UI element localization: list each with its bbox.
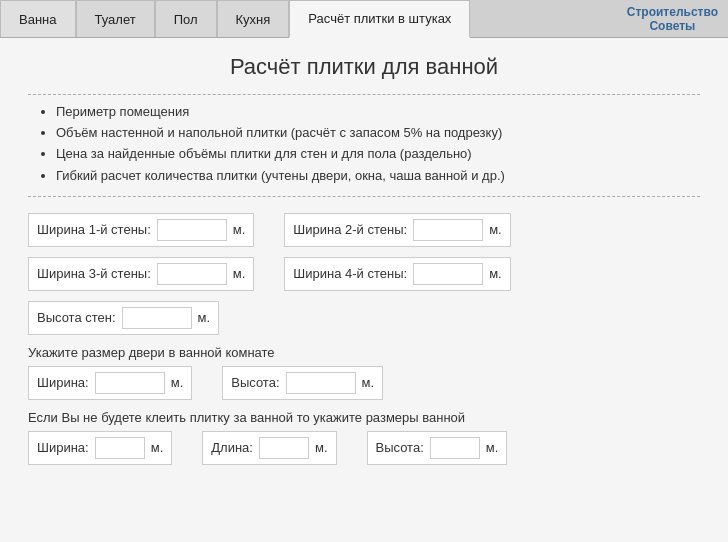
wall4-unit: м.	[489, 266, 502, 281]
height-unit: м.	[198, 310, 211, 325]
tub-height-unit: м.	[486, 440, 499, 455]
tub-width-unit: м.	[151, 440, 164, 455]
tub-section-label: Если Вы не будете клеить плитку за ванно…	[28, 410, 700, 425]
wall2-unit: м.	[489, 222, 502, 237]
wall3-unit: м.	[233, 266, 246, 281]
page-title: Расчёт плитки для ванной	[28, 54, 700, 80]
tub-length-unit: м.	[315, 440, 328, 455]
door-height-unit: м.	[362, 375, 375, 390]
wall1-label: Ширина 1-й стены:	[37, 222, 151, 237]
walls-section: Ширина 1-й стены: м. Ширина 2-й стены: м…	[28, 213, 700, 335]
feature-item: Цена за найденные объёмы плитки для стен…	[56, 145, 700, 163]
door-width-unit: м.	[171, 375, 184, 390]
tub-height-group: Высота: м.	[367, 431, 508, 465]
door-section: Укажите размер двери в ванной комнате Ши…	[28, 345, 700, 400]
wall1-group: Ширина 1-й стены: м.	[28, 213, 254, 247]
wall1-input[interactable]	[157, 219, 227, 241]
wall-row-1: Ширина 1-й стены: м. Ширина 2-й стены: м…	[28, 213, 700, 247]
wall4-group: Ширина 4-й стены: м.	[284, 257, 510, 291]
wall3-input[interactable]	[157, 263, 227, 285]
tub-length-label: Длина:	[211, 440, 253, 455]
tab-kuhnya[interactable]: Кухня	[217, 0, 290, 37]
wall3-label: Ширина 3-й стены:	[37, 266, 151, 281]
door-width-group: Ширина: м.	[28, 366, 192, 400]
tub-width-group: Ширина: м.	[28, 431, 172, 465]
wall2-input[interactable]	[413, 219, 483, 241]
door-section-label: Укажите размер двери в ванной комнате	[28, 345, 700, 360]
wall2-group: Ширина 2-й стены: м.	[284, 213, 510, 247]
tub-length-input[interactable]	[259, 437, 309, 459]
wall1-unit: м.	[233, 222, 246, 237]
tub-section: Если Вы не будете клеить плитку за ванно…	[28, 410, 700, 465]
tab-pol[interactable]: Пол	[155, 0, 217, 37]
door-width-input[interactable]	[95, 372, 165, 394]
height-label: Высота стен:	[37, 310, 116, 325]
wall4-label: Ширина 4-й стены:	[293, 266, 407, 281]
tab-vanna[interactable]: Ванна	[0, 0, 76, 37]
tub-width-label: Ширина:	[37, 440, 89, 455]
height-input[interactable]	[122, 307, 192, 329]
wall4-input[interactable]	[413, 263, 483, 285]
wall3-group: Ширина 3-й стены: м.	[28, 257, 254, 291]
features-list: Периметр помещения Объём настенной и нап…	[28, 94, 700, 197]
tabs-bar: Ванна Туалет Пол Кухня Расчёт плитки в ш…	[0, 0, 728, 38]
door-height-group: Высота: м.	[222, 366, 383, 400]
tub-length-group: Длина: м.	[202, 431, 336, 465]
logo-area: Строительство Советы	[617, 0, 728, 37]
wall-row-2: Ширина 3-й стены: м. Ширина 4-й стены: м…	[28, 257, 700, 291]
door-height-input[interactable]	[286, 372, 356, 394]
feature-item: Гибкий расчет количества плитки (учтены …	[56, 167, 700, 185]
door-height-label: Высота:	[231, 375, 279, 390]
door-width-label: Ширина:	[37, 375, 89, 390]
height-row: Высота стен: м.	[28, 301, 700, 335]
feature-item: Периметр помещения	[56, 103, 700, 121]
tab-tualet[interactable]: Туалет	[76, 0, 155, 37]
door-row: Ширина: м. Высота: м.	[28, 366, 700, 400]
tub-width-input[interactable]	[95, 437, 145, 459]
tub-height-label: Высота:	[376, 440, 424, 455]
tub-height-input[interactable]	[430, 437, 480, 459]
main-content: Расчёт плитки для ванной Периметр помеще…	[0, 38, 728, 542]
height-group: Высота стен: м.	[28, 301, 219, 335]
tab-raschet[interactable]: Расчёт плитки в штуках	[289, 0, 470, 38]
feature-item: Объём настенной и напольной плитки (расч…	[56, 124, 700, 142]
tub-row: Ширина: м. Длина: м. Высота: м.	[28, 431, 700, 465]
wall2-label: Ширина 2-й стены:	[293, 222, 407, 237]
